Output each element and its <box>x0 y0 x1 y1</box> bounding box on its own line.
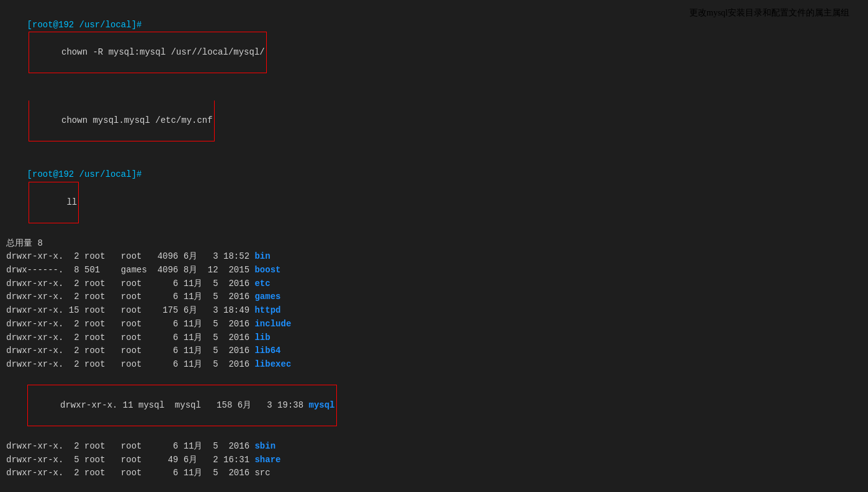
ls-libexec: drwxr-xr-x. 2 root root 6 11月 5 2016 lib… <box>6 358 862 372</box>
terminal-cmd-cd: [root@192 /usr/local]# cd mysql/ <box>6 480 862 492</box>
cmd-ll: ll <box>61 197 77 207</box>
cmd-box-chown: chown -R mysql:mysql /usr//local/mysql/ <box>29 32 267 73</box>
prompt-3: [root@192 /usr/local]# <box>27 169 142 179</box>
terminal-line-3: [root@192 /usr/local]# ll <box>6 155 862 237</box>
ls-include: drwxr-xr-x. 2 root root 6 11月 5 2016 inc… <box>6 318 862 331</box>
terminal-window: 更改mysql安装目录和配置文件的属主属组 [root@192 /usr/loc… <box>6 5 862 492</box>
cmd-chown2: chown mysql.mysql /etc/my.cnf <box>61 115 213 125</box>
ls-lib64: drwxr-xr-x. 2 root root 6 11月 5 2016 lib… <box>6 344 862 358</box>
ls-mysql-box: drwxr-xr-x. 11 mysql mysql 158 6月 3 19:3… <box>27 385 337 426</box>
prompt-1: [root@192 /usr/local]# <box>27 20 142 30</box>
total-line-1: 总用量 8 <box>6 237 862 251</box>
terminal-line-2: chown mysql.mysql /etc/my.cnf <box>6 87 862 154</box>
ls-bin: drwxr-xr-x. 2 root root 4096 6月 3 18:52 … <box>6 250 862 264</box>
cmd-box-ll: ll <box>29 182 79 223</box>
ls-httpd: drwxr-xr-x. 15 root root 175 6月 3 18:49 … <box>6 304 862 318</box>
ls-sbin: drwxr-xr-x. 2 root root 6 11月 5 2016 sbi… <box>6 440 862 454</box>
ls-mysql: drwxr-xr-x. 11 mysql mysql 158 6月 3 19:3… <box>6 372 862 440</box>
ls-boost: drwx------. 8 501 games 4096 8月 12 2015 … <box>6 264 862 277</box>
ls-etc: drwxr-xr-x. 2 root root 6 11月 5 2016 etc <box>6 277 862 291</box>
cmd-box-chown2: chown mysql.mysql /etc/my.cnf <box>29 101 215 141</box>
cmd-chown: chown -R mysql:mysql /usr//local/mysql/ <box>61 47 265 57</box>
ls-share: drwxr-xr-x. 5 root root 49 6月 2 16:31 sh… <box>6 454 862 467</box>
ls-lib: drwxr-xr-x. 2 root root 6 11月 5 2016 lib <box>6 331 862 345</box>
annotation-text: 更改mysql安装目录和配置文件的属主属组 <box>689 6 849 20</box>
ls-src: drwxr-xr-x. 2 root root 6 11月 5 2016 src <box>6 467 862 480</box>
ls-games: drwxr-xr-x. 2 root root 6 11月 5 2016 gam… <box>6 290 862 304</box>
